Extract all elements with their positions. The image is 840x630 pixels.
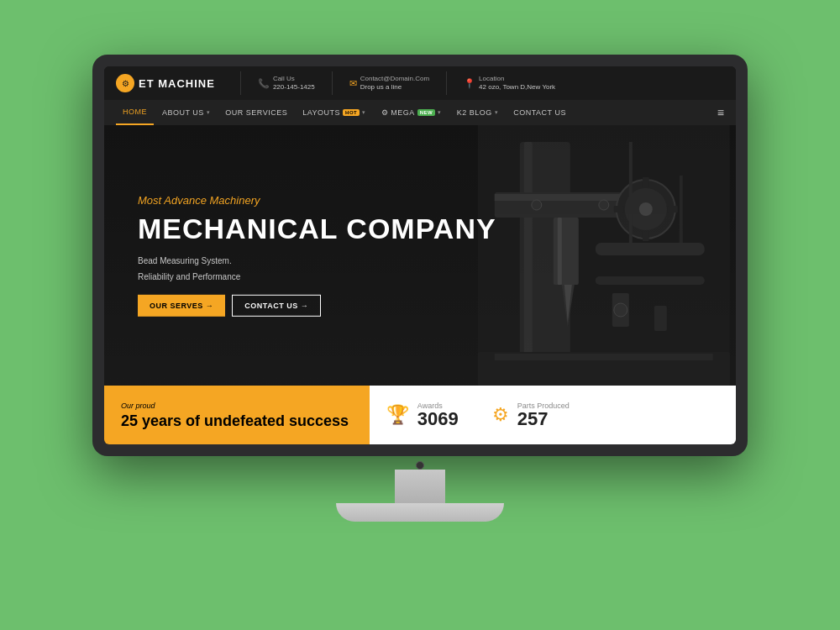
chevron-down-icon-2: ▾ — [362, 109, 366, 116]
hero-desc-2: Reliability and Performance — [138, 270, 496, 283]
svg-point-26 — [614, 303, 627, 317]
svg-rect-23 — [680, 176, 683, 243]
top-info-email: ✉ Contact@Domain.Com Drop us a line — [349, 75, 429, 91]
gear-icon: ⚙ — [122, 79, 129, 88]
website: ⚙ ET MACHINE 📞 Call Us 220-145-1425 — [104, 66, 736, 444]
email-group: Contact@Domain.Com Drop us a line — [360, 75, 429, 91]
mega-badge: NEW — [417, 109, 436, 116]
top-bar: ⚙ ET MACHINE 📞 Call Us 220-145-1425 — [104, 66, 736, 100]
monitor-stand-neck — [395, 470, 445, 503]
nav-layouts[interactable]: LAYOUTS HOT ▾ — [296, 100, 373, 125]
chevron-down-icon-4: ▾ — [495, 109, 499, 116]
trophy-icon: 🏆 — [386, 404, 409, 426]
location-icon: 📍 — [464, 78, 475, 89]
awards-number: 3069 — [417, 410, 459, 428]
parts-icon: ⚙ — [492, 404, 509, 426]
svg-rect-17 — [596, 276, 705, 285]
svg-rect-16 — [596, 243, 705, 255]
monitor-shell: ⚙ ET MACHINE 📞 Call Us 220-145-1425 — [92, 55, 748, 575]
svg-point-18 — [599, 200, 609, 210]
location-group: Location 42 ozo, Town D,New York — [479, 75, 555, 91]
stats-bar: Our proud 25 years of undefeated success… — [104, 386, 736, 444]
hero-desc-1: Bead Measuring System. — [138, 255, 496, 267]
location-label: Location — [479, 75, 555, 83]
svg-rect-2 — [524, 142, 533, 369]
stats-numbers-section: 🏆 Awards 3069 ⚙ Parts Produced 257 — [370, 386, 736, 444]
contact-us-button[interactable]: CONTACT US → — [232, 295, 321, 317]
mega-label: ⚙ MEGA — [381, 108, 415, 117]
svg-rect-12 — [643, 177, 649, 187]
layouts-badge: HOT — [343, 109, 360, 116]
svg-rect-5 — [554, 218, 579, 285]
navbar: HOME ABOUT US ▾ OUR SERVICES LAYOUTS HOT… — [104, 100, 736, 125]
monitor-screen: ⚙ ET MACHINE 📞 Call Us 220-145-1425 — [104, 66, 736, 444]
hero-buttons: OUR SERVES → CONTACT US → — [138, 295, 496, 317]
location-value: 42 ozo, Town D,New York — [479, 83, 555, 92]
chevron-down-icon: ▾ — [207, 109, 211, 116]
top-info-location: 📍 Location 42 ozo, Town D,New York — [464, 75, 555, 91]
logo-icon: ⚙ — [116, 74, 134, 92]
stat-parts: ⚙ Parts Produced 257 — [492, 402, 570, 428]
phone-group: Call Us 220-145-1425 — [273, 75, 315, 91]
proud-value: 25 years of undefeated success — [121, 413, 353, 428]
svg-rect-25 — [654, 306, 667, 331]
hamburger-menu[interactable]: ≡ — [717, 106, 724, 119]
proud-label: Our proud — [121, 402, 353, 410]
divider-1 — [240, 71, 241, 95]
nav-contact[interactable]: CONTACT US — [507, 100, 573, 125]
stat-awards: 🏆 Awards 3069 — [386, 402, 459, 428]
webcam-dot — [416, 461, 424, 470]
phone-icon: 📞 — [258, 78, 270, 89]
chevron-down-icon-3: ▾ — [438, 109, 442, 116]
hero-subtitle: Most Advance Machinery — [138, 194, 496, 207]
top-info-phone: 📞 Call Us 220-145-1425 — [258, 75, 315, 91]
svg-point-11 — [639, 202, 653, 216]
phone-label: Call Us — [273, 75, 315, 83]
nav-services[interactable]: OUR SERVICES — [218, 100, 294, 125]
logo-text: ET MACHINE — [139, 77, 215, 90]
svg-point-19 — [532, 200, 542, 210]
nav-home[interactable]: HOME — [116, 100, 154, 125]
monitor-stand-base — [336, 503, 504, 522]
hero-title: MECHANICAL COMPANY — [138, 213, 496, 244]
svg-rect-21 — [495, 354, 713, 360]
nav-mega[interactable]: ⚙ MEGA NEW ▾ — [375, 100, 449, 125]
divider-2 — [332, 71, 333, 95]
svg-rect-14 — [614, 206, 624, 213]
hero-section: Most Advance Machinery MECHANICAL COMPAN… — [104, 125, 736, 386]
our-services-button[interactable]: OUR SERVES → — [138, 295, 225, 317]
svg-rect-15 — [668, 206, 678, 213]
hero-content: Most Advance Machinery MECHANICAL COMPAN… — [138, 194, 496, 317]
awards-info: Awards 3069 — [417, 402, 459, 428]
email-label: Contact@Domain.Com — [360, 75, 429, 83]
logo: ⚙ ET MACHINE — [116, 74, 215, 92]
svg-rect-22 — [629, 142, 633, 243]
email-icon: ✉ — [349, 78, 357, 89]
parts-number: 257 — [517, 410, 570, 428]
phone-value: 220-145-1425 — [273, 83, 315, 92]
nav-about[interactable]: ABOUT US ▾ — [155, 100, 217, 125]
parts-info: Parts Produced 257 — [517, 402, 570, 428]
svg-rect-6 — [558, 218, 562, 285]
email-value: Drop us a line — [360, 83, 429, 92]
nav-k2blog[interactable]: K2 BLOG ▾ — [450, 100, 506, 125]
svg-rect-13 — [643, 231, 649, 241]
stats-proud-section: Our proud 25 years of undefeated success — [104, 386, 370, 444]
divider-3 — [446, 71, 447, 95]
monitor-body: ⚙ ET MACHINE 📞 Call Us 220-145-1425 — [92, 55, 748, 456]
